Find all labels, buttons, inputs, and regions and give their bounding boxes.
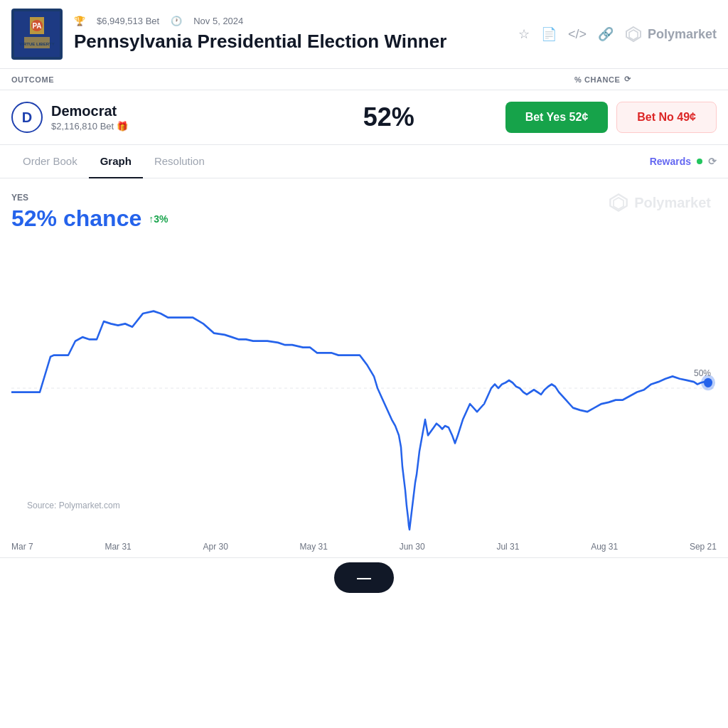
outcome-details: Democrat $2,116,810 Bet 🎁 — [51, 103, 128, 132]
tab-order-book[interactable]: Order Book — [11, 145, 89, 178]
flag-image: PA VIRTUE LIBERTY — [11, 9, 63, 60]
x-axis-labels: Mar 7 Mar 31 Apr 30 May 31 Jun 30 Jul 31… — [11, 537, 717, 552]
bet-no-button[interactable]: Bet No 49¢ — [616, 102, 717, 133]
x-label-aug31: Aug 31 — [591, 542, 618, 552]
bet-amount: $6,949,513 Bet — [97, 16, 159, 26]
trophy-icon: 🏆 — [74, 16, 85, 26]
tabs-right: Rewards ⟳ — [650, 156, 717, 167]
rewards-label[interactable]: Rewards — [650, 156, 691, 167]
outcome-chance: 52% — [363, 102, 505, 132]
gift-icon: 🎁 — [117, 121, 128, 132]
x-label-mar7: Mar 7 — [11, 542, 33, 552]
bet-yes-button[interactable]: Bet Yes 52¢ — [505, 102, 609, 133]
outcome-bet: $2,116,810 Bet 🎁 — [51, 121, 128, 132]
x-label-mar31: Mar 31 — [105, 542, 131, 552]
graph-area: YES 52% chance ↑3% Polymarket 50% — [0, 178, 728, 552]
graph-chance-value: 52% chance — [11, 205, 141, 232]
polymarket-logo-icon — [625, 26, 642, 43]
svg-marker-9 — [610, 194, 626, 210]
chart-container: 50% Source: Polymarket.com — [11, 239, 717, 537]
rewards-active-dot — [697, 159, 702, 164]
bottom-nav: — — [0, 557, 728, 597]
outcome-buttons: Bet Yes 52¢ Bet No 49¢ — [505, 102, 717, 133]
x-label-jun30: Jun 30 — [400, 542, 425, 552]
svg-marker-8 — [629, 30, 638, 40]
outcome-name: Democrat — [51, 103, 128, 119]
bottom-nav-button[interactable]: — — [334, 562, 394, 593]
code-icon[interactable]: </> — [568, 27, 587, 42]
x-label-jul31: Jul 31 — [496, 542, 519, 552]
outcome-row: D Democrat $2,116,810 Bet 🎁 52% Bet Yes … — [0, 90, 728, 145]
x-label-may31: May 31 — [300, 542, 328, 552]
fifty-percent-label: 50% — [694, 368, 711, 378]
svg-text:VIRTUE LIBERTY: VIRTUE LIBERTY — [19, 42, 54, 46]
header: PA VIRTUE LIBERTY 🏆 $6,949,513 Bet 🕐 Nov… — [0, 0, 728, 69]
source-label: Source: Polymarket.com — [23, 499, 124, 512]
outcome-col-label: OUTCOME — [11, 75, 574, 84]
chance-col-label: % CHANCE ⟳ — [574, 75, 717, 84]
graph-chance-change: ↑3% — [149, 213, 168, 225]
page-title: Pennsylvania Presidential Election Winne… — [74, 31, 507, 53]
brand-name: Polymarket — [648, 27, 717, 42]
svg-marker-7 — [626, 27, 641, 41]
polymarket-brand: Polymarket — [625, 26, 717, 43]
price-chart — [11, 239, 717, 537]
date-label: Nov 5, 2024 — [193, 16, 243, 26]
outcome-header: OUTCOME % CHANCE ⟳ — [0, 69, 728, 90]
tabs-left: Order Book Graph Resolution — [11, 145, 650, 178]
refresh-icon[interactable]: ⟳ — [624, 75, 631, 84]
x-label-sep21: Sep 21 — [690, 542, 717, 552]
document-icon[interactable]: 📄 — [541, 26, 557, 42]
tabs-row: Order Book Graph Resolution Rewards ⟳ — [0, 145, 728, 178]
svg-text:PA: PA — [32, 22, 41, 30]
graph-watermark: Polymarket — [609, 193, 711, 213]
svg-marker-10 — [614, 198, 623, 209]
democrat-icon: D — [11, 102, 43, 133]
clock-icon: 🕐 — [171, 16, 182, 26]
watermark-text: Polymarket — [634, 195, 711, 211]
star-icon[interactable]: ☆ — [518, 26, 530, 42]
header-info: 🏆 $6,949,513 Bet 🕐 Nov 5, 2024 Pennsylva… — [63, 16, 518, 53]
x-label-apr30: Apr 30 — [203, 542, 228, 552]
tab-graph[interactable]: Graph — [89, 145, 143, 178]
refresh-rewards-icon[interactable]: ⟳ — [708, 156, 717, 167]
outcome-left: D Democrat $2,116,810 Bet 🎁 — [11, 102, 363, 133]
header-meta: 🏆 $6,949,513 Bet 🕐 Nov 5, 2024 — [74, 16, 507, 26]
header-actions: ☆ 📄 </> 🔗 Polymarket — [518, 26, 717, 43]
tab-resolution[interactable]: Resolution — [143, 145, 216, 178]
link-icon[interactable]: 🔗 — [598, 26, 614, 42]
svg-point-13 — [704, 378, 712, 387]
